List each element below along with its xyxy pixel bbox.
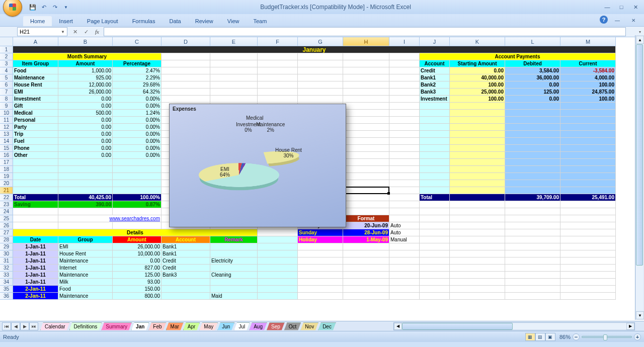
cell-A10[interactable]: Medical [13,110,58,117]
cell-J18[interactable] [420,166,450,173]
cell-J31[interactable] [420,257,450,265]
cell-I31[interactable] [389,257,420,265]
row-header-20[interactable]: 20 [0,180,13,187]
cell-M30[interactable] [560,250,616,257]
cell-H7[interactable] [343,89,389,96]
cell-A31[interactable]: 1-Jan-11 [13,257,58,265]
cell-M29[interactable] [560,243,616,250]
row-header-5[interactable]: 5 [0,74,13,81]
cell-M3[interactable]: Current [560,60,616,67]
cell-K24[interactable] [450,208,505,215]
cell-M10[interactable] [560,110,616,117]
cell-C22[interactable]: 100.00% [113,194,162,201]
cell-J24[interactable] [420,208,450,215]
cell-K35[interactable] [450,286,505,293]
cell-C32[interactable]: 827.00 [113,265,162,272]
cell-H20[interactable] [343,180,389,187]
cell-L21[interactable] [505,187,560,194]
cell-E8[interactable] [210,96,258,103]
cell-J26[interactable] [420,222,450,229]
cell-L30[interactable] [505,250,560,257]
cell-J13[interactable] [420,131,450,138]
cell-D32[interactable]: Credit [162,265,210,272]
cell-K21[interactable] [450,187,505,194]
cell-A34[interactable]: 1-Jan-11 [13,279,58,286]
cell-B33[interactable]: Maintenance [58,272,113,279]
cell-C17[interactable] [113,159,162,166]
cell-H25[interactable]: Format [343,215,389,222]
ribbon-tab-team[interactable]: Team [246,16,274,26]
cell-J16[interactable] [420,152,450,159]
cell-H27[interactable]: 28-Jun-09 [343,229,389,236]
tab-last-icon[interactable]: ⏭ [29,322,38,330]
cell-M16[interactable] [560,152,616,159]
cell-B17[interactable] [58,159,113,166]
cell-A36[interactable]: 2-Jan-11 [13,293,58,300]
cell-J35[interactable] [420,286,450,293]
cell-K27[interactable] [450,229,505,236]
cell-H35[interactable] [343,286,389,293]
cell-E34[interactable] [210,279,258,286]
cell-G33[interactable] [298,272,343,279]
name-box[interactable]: H21 ▼ [17,27,67,36]
cell-K4[interactable]: 0.00 [450,67,505,74]
cell-A2[interactable]: Month Summary [13,53,162,60]
cell-A7[interactable]: EMI [13,89,58,96]
cell-M11[interactable] [560,117,616,124]
cell-L5[interactable]: 36,000.00 [505,74,560,81]
cell-F29[interactable] [258,243,298,250]
cell-B16[interactable]: 0.00 [58,152,113,159]
cell-L36[interactable] [505,293,560,300]
cell-L4[interactable]: 3,584.00 [505,67,560,74]
zoom-in-button[interactable]: + [634,333,641,340]
cell-D5[interactable] [162,74,210,81]
col-header-C[interactable]: C [113,37,162,46]
cell-L20[interactable] [505,180,560,187]
sheet-tab-dec[interactable]: Dec [318,322,336,330]
cell-G4[interactable] [298,67,343,74]
sheet-tab-jun[interactable]: Jun [217,322,234,330]
cell-C6[interactable]: 29.68% [113,81,162,89]
cell-M8[interactable]: 100.00 [560,96,616,103]
cell-H26[interactable]: 20-Jun-09 [343,222,389,229]
cell-C36[interactable]: 800.00 [113,293,162,300]
cell-B26[interactable] [58,222,113,229]
cell-I4[interactable] [389,67,420,74]
row-header-21[interactable]: 21 [0,187,13,194]
cell-J9[interactable] [420,103,450,110]
cell-K28[interactable] [450,236,505,243]
row-header-33[interactable]: 33 [0,272,13,279]
cell-G31[interactable] [298,257,343,265]
cell-L34[interactable] [505,279,560,286]
cell-D28[interactable]: Account [162,236,210,243]
cell-I10[interactable] [389,110,420,117]
save-icon[interactable]: 💾 [28,3,37,12]
cell-G34[interactable] [298,279,343,286]
cell-I11[interactable] [389,117,420,124]
row-header-15[interactable]: 15 [0,145,13,152]
cell-H31[interactable] [343,257,389,265]
row-header-31[interactable]: 31 [0,257,13,265]
cell-K7[interactable]: 25,000.00 [450,89,505,96]
cell-M13[interactable] [560,131,616,138]
cell-J14[interactable] [420,138,450,145]
cell-E2[interactable] [210,53,258,60]
sheet-tab-apr[interactable]: Apr [183,322,200,330]
col-header-I[interactable]: I [389,37,420,46]
cell-C11[interactable]: 0.00% [113,117,162,124]
cell-M20[interactable] [560,180,616,187]
cell-K5[interactable]: 40,000.00 [450,74,505,81]
scroll-down-icon[interactable]: ▼ [636,311,644,319]
cell-G7[interactable] [298,89,343,96]
cell-A3[interactable]: Item Group [13,60,58,67]
cell-L15[interactable] [505,145,560,152]
cell-K17[interactable] [450,159,505,166]
cell-F4[interactable] [258,67,298,74]
cell-K34[interactable] [450,279,505,286]
cell-B36[interactable]: Maintenance [58,293,113,300]
ribbon-tab-formulas[interactable]: Formulas [125,16,163,26]
horizontal-scrollbar[interactable]: ◀ ▶ [393,322,635,330]
cell-B32[interactable]: Internet [58,265,113,272]
sheet-tab-may[interactable]: May [199,322,218,330]
cell-L22[interactable]: 39,709.00 [505,194,560,201]
